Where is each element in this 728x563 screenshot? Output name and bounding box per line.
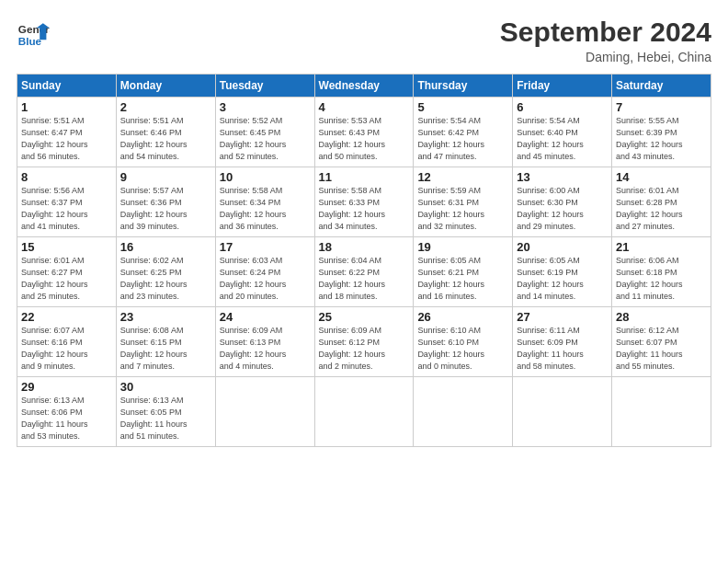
calendar-cell: 7Sunrise: 5:55 AM Sunset: 6:39 PM Daylig… (612, 98, 711, 167)
day-info: Sunrise: 6:10 AM Sunset: 6:10 PM Dayligh… (417, 325, 508, 373)
day-number: 28 (616, 310, 707, 324)
calendar-cell: 1Sunrise: 5:51 AM Sunset: 6:47 PM Daylig… (17, 98, 117, 167)
day-info: Sunrise: 5:59 AM Sunset: 6:31 PM Dayligh… (417, 185, 508, 233)
svg-text:Blue: Blue (18, 35, 42, 47)
calendar-table: SundayMondayTuesdayWednesdayThursdayFrid… (17, 74, 711, 447)
logo-icon: General Blue (17, 17, 50, 50)
day-info: Sunrise: 5:58 AM Sunset: 6:33 PM Dayligh… (319, 185, 410, 233)
day-info: Sunrise: 6:06 AM Sunset: 6:18 PM Dayligh… (616, 255, 707, 303)
calendar-cell: 8Sunrise: 5:56 AM Sunset: 6:37 PM Daylig… (17, 167, 117, 237)
day-info: Sunrise: 6:04 AM Sunset: 6:22 PM Dayligh… (319, 255, 410, 303)
day-number: 19 (417, 240, 508, 254)
day-number: 15 (21, 240, 112, 254)
calendar-cell: 19Sunrise: 6:05 AM Sunset: 6:21 PM Dayli… (414, 237, 513, 307)
day-number: 16 (120, 240, 211, 254)
day-info: Sunrise: 5:54 AM Sunset: 6:40 PM Dayligh… (517, 115, 608, 163)
day-info: Sunrise: 6:08 AM Sunset: 6:15 PM Dayligh… (120, 325, 211, 373)
calendar-cell: 4Sunrise: 5:53 AM Sunset: 6:43 PM Daylig… (314, 98, 414, 167)
logo: General Blue (17, 17, 50, 50)
day-number: 21 (616, 240, 707, 254)
day-number: 11 (319, 170, 410, 184)
calendar-cell: 22Sunrise: 6:07 AM Sunset: 6:16 PM Dayli… (17, 307, 117, 377)
calendar-cell: 9Sunrise: 5:57 AM Sunset: 6:36 PM Daylig… (116, 167, 215, 237)
day-number: 24 (220, 310, 311, 324)
day-info: Sunrise: 6:11 AM Sunset: 6:09 PM Dayligh… (517, 325, 608, 373)
day-info: Sunrise: 5:55 AM Sunset: 6:39 PM Dayligh… (616, 115, 707, 163)
title-block: September 2024 Daming, Hebei, China (500, 17, 711, 64)
day-info: Sunrise: 5:52 AM Sunset: 6:45 PM Dayligh… (220, 115, 311, 163)
calendar-cell: 26Sunrise: 6:10 AM Sunset: 6:10 PM Dayli… (414, 307, 513, 377)
col-header-wednesday: Wednesday (314, 75, 414, 98)
calendar-cell: 24Sunrise: 6:09 AM Sunset: 6:13 PM Dayli… (215, 307, 314, 377)
calendar-cell: 28Sunrise: 6:12 AM Sunset: 6:07 PM Dayli… (612, 307, 711, 377)
calendar-cell (215, 377, 314, 447)
day-info: Sunrise: 5:56 AM Sunset: 6:37 PM Dayligh… (21, 185, 112, 233)
day-info: Sunrise: 6:01 AM Sunset: 6:28 PM Dayligh… (616, 185, 707, 233)
calendar-cell: 11Sunrise: 5:58 AM Sunset: 6:33 PM Dayli… (314, 167, 414, 237)
calendar-cell: 17Sunrise: 6:03 AM Sunset: 6:24 PM Dayli… (215, 237, 314, 307)
day-number: 18 (319, 240, 410, 254)
day-number: 5 (417, 100, 508, 114)
day-number: 20 (517, 240, 608, 254)
calendar-cell: 29Sunrise: 6:13 AM Sunset: 6:06 PM Dayli… (17, 377, 117, 447)
calendar-cell: 21Sunrise: 6:06 AM Sunset: 6:18 PM Dayli… (612, 237, 711, 307)
day-number: 1 (21, 100, 112, 114)
calendar-cell: 3Sunrise: 5:52 AM Sunset: 6:45 PM Daylig… (215, 98, 314, 167)
day-info: Sunrise: 6:09 AM Sunset: 6:12 PM Dayligh… (319, 325, 410, 373)
day-number: 4 (319, 100, 410, 114)
calendar-cell: 16Sunrise: 6:02 AM Sunset: 6:25 PM Dayli… (116, 237, 215, 307)
day-info: Sunrise: 6:09 AM Sunset: 6:13 PM Dayligh… (220, 325, 311, 373)
calendar-cell: 14Sunrise: 6:01 AM Sunset: 6:28 PM Dayli… (612, 167, 711, 237)
location: Daming, Hebei, China (500, 50, 711, 64)
calendar-cell: 23Sunrise: 6:08 AM Sunset: 6:15 PM Dayli… (116, 307, 215, 377)
calendar-cell: 6Sunrise: 5:54 AM Sunset: 6:40 PM Daylig… (513, 98, 612, 167)
calendar-cell: 27Sunrise: 6:11 AM Sunset: 6:09 PM Dayli… (513, 307, 612, 377)
calendar-cell: 13Sunrise: 6:00 AM Sunset: 6:30 PM Dayli… (513, 167, 612, 237)
calendar-body: 1Sunrise: 5:51 AM Sunset: 6:47 PM Daylig… (17, 98, 711, 447)
col-header-friday: Friday (513, 75, 612, 98)
calendar-cell: 15Sunrise: 6:01 AM Sunset: 6:27 PM Dayli… (17, 237, 117, 307)
day-number: 23 (120, 310, 211, 324)
day-number: 22 (21, 310, 112, 324)
week-row-4: 22Sunrise: 6:07 AM Sunset: 6:16 PM Dayli… (17, 307, 711, 377)
calendar-cell (414, 377, 513, 447)
calendar-cell: 25Sunrise: 6:09 AM Sunset: 6:12 PM Dayli… (314, 307, 414, 377)
day-number: 12 (417, 170, 508, 184)
day-info: Sunrise: 5:54 AM Sunset: 6:42 PM Dayligh… (417, 115, 508, 163)
day-info: Sunrise: 6:07 AM Sunset: 6:16 PM Dayligh… (21, 325, 112, 373)
calendar-cell (513, 377, 612, 447)
calendar-cell: 20Sunrise: 6:05 AM Sunset: 6:19 PM Dayli… (513, 237, 612, 307)
day-info: Sunrise: 6:05 AM Sunset: 6:21 PM Dayligh… (417, 255, 508, 303)
calendar-header-row: SundayMondayTuesdayWednesdayThursdayFrid… (17, 75, 711, 98)
week-row-1: 1Sunrise: 5:51 AM Sunset: 6:47 PM Daylig… (17, 98, 711, 167)
week-row-2: 8Sunrise: 5:56 AM Sunset: 6:37 PM Daylig… (17, 167, 711, 237)
calendar-cell: 18Sunrise: 6:04 AM Sunset: 6:22 PM Dayli… (314, 237, 414, 307)
day-number: 17 (220, 240, 311, 254)
day-info: Sunrise: 6:02 AM Sunset: 6:25 PM Dayligh… (120, 255, 211, 303)
col-header-tuesday: Tuesday (215, 75, 314, 98)
calendar-cell: 5Sunrise: 5:54 AM Sunset: 6:42 PM Daylig… (414, 98, 513, 167)
day-number: 10 (220, 170, 311, 184)
day-info: Sunrise: 6:13 AM Sunset: 6:06 PM Dayligh… (21, 395, 112, 442)
day-info: Sunrise: 5:53 AM Sunset: 6:43 PM Dayligh… (319, 115, 410, 163)
col-header-monday: Monday (116, 75, 215, 98)
day-number: 29 (21, 380, 112, 394)
day-info: Sunrise: 5:51 AM Sunset: 6:47 PM Dayligh… (21, 115, 112, 163)
col-header-thursday: Thursday (414, 75, 513, 98)
week-row-5: 29Sunrise: 6:13 AM Sunset: 6:06 PM Dayli… (17, 377, 711, 447)
day-number: 13 (517, 170, 608, 184)
day-number: 25 (319, 310, 410, 324)
month-title: September 2024 (500, 17, 711, 48)
calendar-cell: 10Sunrise: 5:58 AM Sunset: 6:34 PM Dayli… (215, 167, 314, 237)
col-header-saturday: Saturday (612, 75, 711, 98)
calendar-cell: 30Sunrise: 6:13 AM Sunset: 6:05 PM Dayli… (116, 377, 215, 447)
day-info: Sunrise: 6:03 AM Sunset: 6:24 PM Dayligh… (220, 255, 311, 303)
day-number: 9 (120, 170, 211, 184)
col-header-sunday: Sunday (17, 75, 117, 98)
day-number: 7 (616, 100, 707, 114)
day-info: Sunrise: 5:57 AM Sunset: 6:36 PM Dayligh… (120, 185, 211, 233)
calendar-cell: 2Sunrise: 5:51 AM Sunset: 6:46 PM Daylig… (116, 98, 215, 167)
calendar-cell (612, 377, 711, 447)
day-number: 8 (21, 170, 112, 184)
day-info: Sunrise: 6:13 AM Sunset: 6:05 PM Dayligh… (120, 395, 211, 442)
